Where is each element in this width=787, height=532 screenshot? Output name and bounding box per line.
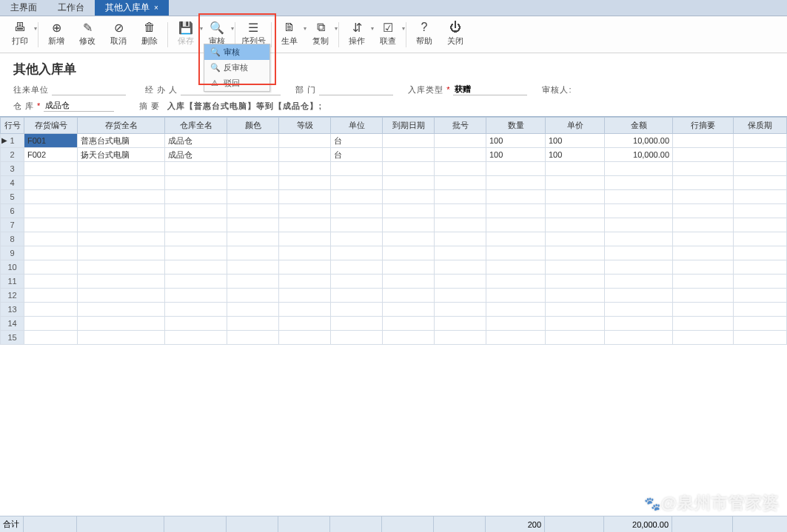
cell[interactable] bbox=[673, 260, 734, 275]
cell[interactable] bbox=[383, 246, 435, 260]
cell[interactable] bbox=[546, 260, 605, 275]
cell[interactable] bbox=[383, 134, 435, 148]
cell[interactable] bbox=[227, 331, 279, 345]
cell[interactable] bbox=[734, 246, 787, 260]
cell[interactable] bbox=[165, 289, 227, 303]
cell[interactable] bbox=[383, 232, 435, 246]
cell[interactable] bbox=[165, 303, 227, 317]
cell[interactable] bbox=[734, 148, 787, 162]
cell[interactable] bbox=[734, 190, 787, 204]
cell[interactable] bbox=[486, 331, 546, 345]
col-unit[interactable]: 单位 bbox=[331, 118, 383, 134]
cell[interactable] bbox=[383, 331, 435, 345]
cell[interactable] bbox=[279, 148, 331, 162]
cell[interactable] bbox=[605, 218, 673, 232]
cell[interactable] bbox=[78, 303, 165, 317]
table-row[interactable]: 10 bbox=[1, 260, 787, 275]
cell[interactable] bbox=[24, 275, 78, 289]
tab-other-inbound[interactable]: 其他入库单 × bbox=[95, 0, 169, 16]
cell[interactable] bbox=[605, 289, 673, 303]
cell[interactable] bbox=[435, 317, 486, 331]
cell[interactable] bbox=[734, 275, 787, 289]
cell[interactable] bbox=[331, 218, 383, 232]
delete-button[interactable]: 🗑删除 bbox=[134, 19, 165, 50]
cell[interactable] bbox=[435, 289, 486, 303]
col-qty[interactable]: 数量 bbox=[486, 118, 546, 134]
dept-input[interactable] bbox=[319, 84, 393, 95]
cell[interactable] bbox=[546, 232, 605, 246]
cell[interactable]: 扬天台式电脑 bbox=[78, 148, 165, 162]
cell[interactable] bbox=[605, 331, 673, 345]
cell[interactable] bbox=[227, 317, 279, 331]
cell[interactable] bbox=[279, 246, 331, 260]
cell[interactable] bbox=[383, 289, 435, 303]
cell[interactable] bbox=[78, 162, 165, 176]
cell[interactable] bbox=[24, 289, 78, 303]
table-row[interactable]: 13 bbox=[1, 303, 787, 317]
cell[interactable] bbox=[78, 218, 165, 232]
cell[interactable] bbox=[383, 317, 435, 331]
cell[interactable] bbox=[24, 260, 78, 275]
cell[interactable] bbox=[435, 275, 486, 289]
cell[interactable] bbox=[546, 176, 605, 190]
cell[interactable] bbox=[165, 317, 227, 331]
cell[interactable] bbox=[227, 232, 279, 246]
cell[interactable] bbox=[383, 218, 435, 232]
cell[interactable] bbox=[605, 204, 673, 218]
table-row[interactable]: 2F002扬天台式电脑成品仓台10010010,000.00 bbox=[1, 148, 787, 162]
cell[interactable] bbox=[331, 190, 383, 204]
cell[interactable] bbox=[227, 260, 279, 275]
cell[interactable] bbox=[24, 246, 78, 260]
print-button[interactable]: 🖶打印▾ bbox=[4, 19, 36, 50]
cell[interactable] bbox=[165, 232, 227, 246]
cell[interactable] bbox=[24, 232, 78, 246]
cell[interactable] bbox=[435, 162, 486, 176]
col-warehouse[interactable]: 仓库全名 bbox=[165, 118, 227, 134]
cell[interactable] bbox=[165, 204, 227, 218]
cell[interactable] bbox=[734, 176, 787, 190]
cell[interactable] bbox=[673, 289, 734, 303]
cell[interactable] bbox=[546, 218, 605, 232]
cell[interactable] bbox=[78, 289, 165, 303]
cell[interactable] bbox=[734, 162, 787, 176]
cell[interactable] bbox=[486, 190, 546, 204]
cell[interactable]: F002 bbox=[24, 148, 78, 162]
table-row[interactable]: 9 bbox=[1, 246, 787, 260]
cell[interactable] bbox=[546, 190, 605, 204]
table-row[interactable]: 15 bbox=[1, 331, 787, 345]
cell[interactable] bbox=[435, 331, 486, 345]
cell[interactable] bbox=[673, 317, 734, 331]
cell[interactable] bbox=[435, 176, 486, 190]
intype-input[interactable] bbox=[453, 84, 527, 95]
cell[interactable]: 100 bbox=[546, 134, 605, 148]
save-button[interactable]: 💾保存▾ bbox=[170, 19, 201, 50]
cell[interactable] bbox=[331, 303, 383, 317]
cell[interactable] bbox=[24, 331, 78, 345]
cell[interactable] bbox=[383, 204, 435, 218]
table-row[interactable]: 4 bbox=[1, 176, 787, 190]
table-row[interactable]: 8 bbox=[1, 232, 787, 246]
cell[interactable] bbox=[605, 162, 673, 176]
cell[interactable] bbox=[546, 317, 605, 331]
cell[interactable] bbox=[279, 176, 331, 190]
cell[interactable] bbox=[734, 331, 787, 345]
cell[interactable] bbox=[331, 289, 383, 303]
cell[interactable] bbox=[546, 331, 605, 345]
cell[interactable]: 100 bbox=[486, 148, 546, 162]
cell[interactable] bbox=[78, 176, 165, 190]
cell[interactable] bbox=[331, 331, 383, 345]
cell[interactable] bbox=[546, 246, 605, 260]
cell[interactable] bbox=[734, 317, 787, 331]
warehouse-input[interactable] bbox=[44, 100, 114, 112]
cell[interactable] bbox=[331, 317, 383, 331]
cell[interactable] bbox=[546, 204, 605, 218]
cell[interactable]: 100 bbox=[546, 148, 605, 162]
cell[interactable] bbox=[673, 148, 734, 162]
cell[interactable] bbox=[486, 289, 546, 303]
cell[interactable] bbox=[734, 289, 787, 303]
cell[interactable] bbox=[734, 260, 787, 275]
cell[interactable] bbox=[279, 134, 331, 148]
cell[interactable] bbox=[279, 218, 331, 232]
cell[interactable] bbox=[734, 218, 787, 232]
cell[interactable] bbox=[673, 134, 734, 148]
